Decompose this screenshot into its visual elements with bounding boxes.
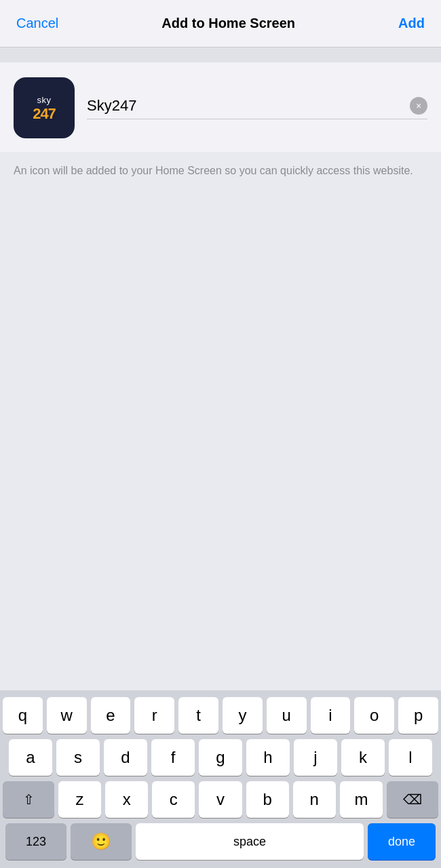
keyboard-row-2: a s d f g h j k l — [3, 739, 438, 776]
key-d[interactable]: d — [104, 739, 147, 776]
space-key[interactable]: space — [136, 823, 364, 860]
key-e[interactable]: e — [91, 697, 131, 734]
numbers-key[interactable]: 123 — [5, 823, 66, 860]
backspace-icon: ⌫ — [403, 791, 422, 808]
key-s[interactable]: s — [56, 739, 100, 776]
sky-label: sky — [37, 95, 52, 105]
key-a[interactable]: a — [9, 739, 52, 776]
add-button[interactable]: Add — [398, 16, 425, 31]
key-u[interactable]: u — [267, 697, 307, 734]
key-w[interactable]: w — [47, 697, 87, 734]
key-t[interactable]: t — [178, 697, 218, 734]
key-m[interactable]: m — [340, 781, 383, 818]
cancel-button[interactable]: Cancel — [16, 16, 58, 31]
sky-num-label: 247 — [33, 106, 56, 121]
app-name-input[interactable] — [87, 97, 410, 115]
key-b[interactable]: b — [246, 781, 289, 818]
name-input-row: × — [87, 97, 427, 119]
emoji-icon: 🙂 — [91, 832, 111, 851]
name-field-wrap: × — [87, 97, 427, 119]
key-p[interactable]: p — [398, 697, 438, 734]
done-key[interactable]: done — [368, 823, 436, 860]
page-title: Add to Home Screen — [161, 16, 295, 31]
key-o[interactable]: o — [354, 697, 394, 734]
key-n[interactable]: n — [293, 781, 336, 818]
key-h[interactable]: h — [246, 739, 290, 776]
app-icon: sky 247 — [14, 77, 75, 138]
key-y[interactable]: y — [223, 697, 263, 734]
emoji-key[interactable]: 🙂 — [71, 823, 132, 860]
keyboard-row-3: ⇧ z x c v b n m ⌫ — [3, 781, 438, 818]
app-section: sky 247 × — [0, 62, 441, 152]
content-area — [0, 186, 441, 690]
keyboard-bottom-row: 123 🙂 space done — [3, 823, 438, 865]
description-text: An icon will be added to your Home Scree… — [14, 163, 427, 179]
key-r[interactable]: r — [134, 697, 174, 734]
key-z[interactable]: z — [58, 781, 101, 818]
key-i[interactable]: i — [311, 697, 351, 734]
key-g[interactable]: g — [199, 739, 242, 776]
spacer — [0, 47, 441, 62]
keyboard: q w e r t y u i o p a s d f g h j k l ⇧ … — [0, 690, 441, 868]
key-j[interactable]: j — [294, 739, 337, 776]
key-c[interactable]: c — [152, 781, 195, 818]
shift-icon: ⇧ — [23, 791, 35, 808]
keyboard-row-1: q w e r t y u i o p — [3, 697, 438, 734]
key-q[interactable]: q — [3, 697, 43, 734]
header: Cancel Add to Home Screen Add — [0, 0, 441, 47]
backspace-key[interactable]: ⌫ — [387, 781, 438, 818]
key-k[interactable]: k — [341, 739, 385, 776]
key-l[interactable]: l — [389, 739, 432, 776]
shift-key[interactable]: ⇧ — [3, 781, 54, 818]
description-section: An icon will be added to your Home Scree… — [0, 152, 441, 186]
key-f[interactable]: f — [151, 739, 195, 776]
clear-button[interactable]: × — [410, 97, 427, 115]
key-v[interactable]: v — [199, 781, 242, 818]
key-x[interactable]: x — [105, 781, 148, 818]
